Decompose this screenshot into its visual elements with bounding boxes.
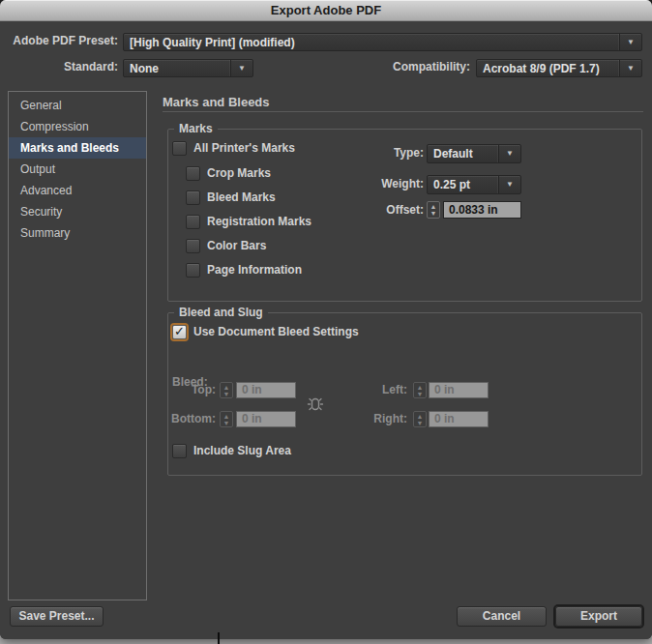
bleed-left-field: 0 in — [429, 382, 489, 398]
bleed-marks-label: Bleed Marks — [207, 190, 276, 204]
chevron-down-icon: ▼ — [230, 60, 252, 76]
page-information-label: Page Information — [207, 263, 302, 277]
compatibility-value: Acrobat 8/9 (PDF 1.7) — [477, 62, 619, 75]
stepper-up-icon: ▲ — [430, 203, 437, 210]
stepper-down-icon: ▼ — [417, 391, 424, 397]
type-dropdown[interactable]: Default ▼ — [427, 144, 521, 163]
all-printers-marks-checkbox[interactable] — [172, 141, 187, 156]
bleed-and-slug-legend: Bleed and Slug — [174, 306, 268, 319]
stepper-down-icon: ▼ — [223, 420, 230, 426]
type-value: Default — [428, 147, 498, 161]
chevron-down-icon: ▼ — [498, 145, 520, 162]
text-cursor-artifact — [218, 632, 220, 644]
bleed-top-label: Top: — [168, 382, 216, 398]
stepper-down-icon: ▼ — [223, 391, 230, 397]
standard-label: Standard: — [0, 59, 118, 75]
weight-label: Weight: — [327, 175, 424, 192]
standard-dropdown[interactable]: None ▼ — [123, 59, 253, 77]
preset-label: Adobe PDF Preset: — [0, 33, 118, 49]
offset-label: Offset: — [327, 201, 424, 219]
color-bars-checkbox[interactable] — [186, 239, 200, 253]
pdf-preset-value: [High Quality Print] (modified) — [124, 36, 619, 49]
include-slug-area-label: Include Slug Area — [193, 444, 291, 457]
bleed-right-stepper: ▲ ▼ — [413, 411, 427, 427]
divider — [163, 111, 643, 112]
compatibility-dropdown[interactable]: Acrobat 8/9 (PDF 1.7) ▼ — [476, 59, 642, 77]
stepper-up-icon: ▲ — [223, 384, 230, 391]
sidebar-item-general[interactable]: General — [9, 95, 146, 116]
sidebar-item-security[interactable]: Security — [9, 201, 146, 222]
stepper-down-icon: ▼ — [417, 420, 424, 426]
use-document-bleed-checkbox[interactable] — [172, 325, 187, 339]
color-bars-label: Color Bars — [207, 239, 266, 252]
settings-section-list: General Compression Marks and Bleeds Out… — [8, 91, 147, 600]
broken-link-icon[interactable] — [307, 393, 324, 416]
stepper-up-icon: ▲ — [223, 413, 230, 420]
stepper-up-icon: ▲ — [417, 413, 424, 420]
weight-dropdown[interactable]: 0.25 pt ▼ — [427, 175, 521, 194]
screen: Export Adobe PDF Adobe PDF Preset: [High… — [0, 0, 652, 644]
export-button[interactable]: Export — [555, 606, 642, 627]
page-information-checkbox[interactable] — [186, 263, 200, 278]
dialog-body: Adobe PDF Preset: [High Quality Print] (… — [0, 21, 652, 639]
save-preset-button[interactable]: Save Preset... — [10, 606, 104, 627]
type-label: Type: — [327, 144, 424, 161]
sidebar-item-advanced[interactable]: Advanced — [9, 180, 146, 201]
sidebar-item-compression[interactable]: Compression — [9, 116, 146, 137]
sidebar-item-summary[interactable]: Summary — [9, 222, 146, 244]
weight-value: 0.25 pt — [428, 178, 498, 191]
cancel-button[interactable]: Cancel — [457, 606, 547, 627]
page-title: Marks and Bleeds — [163, 95, 270, 109]
crop-marks-label: Crop Marks — [207, 166, 271, 180]
offset-stepper[interactable]: ▲ ▼ — [427, 201, 440, 219]
bleed-right-label: Right: — [342, 411, 407, 427]
all-printers-marks-label: All Printer's Marks — [193, 141, 295, 155]
sidebar-item-output[interactable]: Output — [9, 159, 146, 180]
window-titlebar[interactable]: Export Adobe PDF — [0, 0, 652, 21]
sidebar-item-marks-and-bleeds[interactable]: Marks and Bleeds — [9, 137, 146, 159]
use-document-bleed-label: Use Document Bleed Settings — [193, 325, 359, 338]
marks-legend: Marks — [174, 122, 218, 135]
bleed-left-label: Left: — [342, 382, 407, 398]
bleed-and-slug-group: Bleed and Slug Use Document Bleed Settin… — [167, 312, 642, 476]
window-title: Export Adobe PDF — [271, 3, 381, 17]
registration-marks-label: Registration Marks — [207, 215, 311, 228]
bleed-marks-checkbox[interactable] — [186, 190, 200, 205]
bleed-right-field: 0 in — [429, 411, 489, 427]
chevron-down-icon: ▼ — [619, 34, 641, 50]
standard-value: None — [124, 62, 230, 75]
bleed-bottom-field: 0 in — [236, 411, 296, 427]
bleed-bottom-stepper: ▲ ▼ — [220, 411, 233, 427]
crop-marks-checkbox[interactable] — [186, 166, 200, 181]
bleed-top-field: 0 in — [236, 382, 296, 398]
bleed-left-stepper: ▲ ▼ — [413, 382, 427, 398]
pdf-preset-dropdown[interactable]: [High Quality Print] (modified) ▼ — [123, 33, 642, 51]
offset-field[interactable]: 0.0833 in — [443, 201, 521, 219]
chevron-down-icon: ▼ — [619, 60, 641, 76]
registration-marks-checkbox[interactable] — [186, 215, 200, 229]
export-adobe-pdf-dialog: Export Adobe PDF Adobe PDF Preset: [High… — [0, 0, 652, 639]
marks-group: Marks All Printer's Marks Crop Marks Ble… — [167, 129, 642, 302]
compatibility-label: Compatibility: — [368, 59, 470, 75]
chevron-down-icon: ▼ — [498, 176, 520, 193]
stepper-down-icon: ▼ — [430, 210, 437, 217]
include-slug-area-checkbox[interactable] — [172, 444, 187, 458]
bleed-bottom-label: Bottom: — [168, 411, 216, 427]
bleed-top-stepper: ▲ ▼ — [220, 382, 233, 398]
stepper-up-icon: ▲ — [417, 384, 424, 391]
